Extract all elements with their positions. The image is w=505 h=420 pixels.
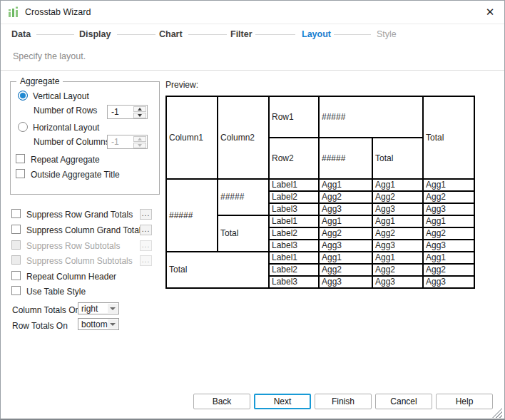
resize-grip[interactable] <box>492 408 502 418</box>
suppress-column-grand-totals-checkbox[interactable] <box>11 225 21 234</box>
preview-cell: Label2 <box>269 191 319 203</box>
preview-cell: Agg3 <box>423 240 474 252</box>
preview-cell: Label3 <box>269 240 319 252</box>
preview-cell: Agg1 <box>319 252 372 264</box>
preview-cell: Agg2 <box>319 227 372 240</box>
preview-header-row1: Row1 <box>269 96 319 138</box>
page-subtitle: Specify the layout. <box>13 51 86 61</box>
number-of-columns-value: -1 <box>111 137 119 147</box>
window-title: Crosstab Wizard <box>25 7 91 17</box>
horizontal-layout-radio[interactable] <box>18 122 28 132</box>
preview-label: Preview: <box>165 80 198 90</box>
next-button[interactable]: Next <box>254 394 311 409</box>
preview-cell: Agg3 <box>423 203 474 215</box>
row-totals-on-select[interactable]: bottom <box>78 318 119 330</box>
step-connector <box>255 34 295 35</box>
preview-cell: Agg1 <box>372 215 423 227</box>
preview-sub-total: Total <box>218 215 269 252</box>
repeat-aggregate-checkbox[interactable] <box>16 154 25 163</box>
cancel-button[interactable]: Cancel <box>375 394 432 409</box>
step-chart[interactable]: Chart <box>159 29 183 39</box>
preview-cell: Agg2 <box>372 264 423 276</box>
preview-cell: Label2 <box>269 264 319 276</box>
spinner-down-button <box>133 143 146 148</box>
outside-aggregate-title-label: Outside Aggregate Title <box>31 170 120 180</box>
repeat-column-header-checkbox[interactable] <box>11 271 21 280</box>
preview-cell: Label1 <box>269 215 319 227</box>
preview-cell: Agg1 <box>423 179 474 191</box>
step-data[interactable]: Data <box>11 29 31 39</box>
step-connector <box>36 34 74 35</box>
suppress-row-grand-totals-checkbox[interactable] <box>11 209 21 218</box>
number-of-rows-label: Number of Rows <box>34 106 97 116</box>
suppress-row-subtotals-label: Suppress Row Subtotals <box>26 241 120 251</box>
preview-cell: Label3 <box>269 276 319 288</box>
step-connector <box>188 34 227 35</box>
preview-cell: Agg3 <box>319 240 372 252</box>
preview-cell: Agg2 <box>423 227 474 240</box>
step-filter[interactable]: Filter <box>230 29 252 39</box>
preview-header-row2-agg: ##### <box>319 138 372 179</box>
spinner-up-button <box>133 136 146 142</box>
preview-cell: Agg1 <box>372 179 423 191</box>
preview-cell: Agg1 <box>319 179 372 191</box>
suppress-column-grand-totals-label: Suppress Column Grand Totals <box>26 225 146 235</box>
step-style[interactable]: Style <box>377 29 397 39</box>
number-of-rows-spinner[interactable]: -1 <box>107 105 148 119</box>
preview-row-group: ##### <box>166 179 218 252</box>
suppress-column-grand-totals-more-button[interactable]: ... <box>140 225 152 235</box>
spinner-up-button[interactable] <box>133 106 146 112</box>
number-of-columns-label: Number of Columns <box>34 137 110 147</box>
step-layout[interactable]: Layout <box>302 29 331 39</box>
preview-grand-total-row: Total <box>166 252 269 288</box>
suppress-column-subtotals-label: Suppress Column Subtotals <box>26 256 133 266</box>
dialog-button-row: Back Next Finish Cancel Help <box>193 394 493 409</box>
preview-table: Column1 Column2 Row1 ##### Total Row2 ##… <box>165 96 475 289</box>
suppress-column-subtotals-checkbox <box>11 255 21 265</box>
preview-cell: Agg2 <box>372 227 423 240</box>
help-button[interactable]: Help <box>436 394 493 409</box>
column-totals-on-label: Column Totals On <box>12 305 80 315</box>
preview-cell: Agg3 <box>372 203 423 215</box>
row-totals-on-label: Row Totals On <box>12 321 68 331</box>
use-table-style-label: Use Table Style <box>26 287 86 297</box>
row-totals-on-value: bottom <box>81 319 108 329</box>
preview-header-grand-total: Total <box>423 96 474 179</box>
number-of-rows-value: -1 <box>111 107 119 117</box>
crosstab-wizard-dialog: Crosstab Wizard ✕ Data Display Chart Fil… <box>0 0 505 420</box>
close-icon[interactable]: ✕ <box>483 5 497 19</box>
repeat-column-header-label: Repeat Column Header <box>26 272 116 282</box>
suppress-row-grand-totals-label: Suppress Row Grand Totals <box>26 210 133 220</box>
chevron-down-icon <box>108 304 118 313</box>
suppress-row-grand-totals-more-button[interactable]: ... <box>140 209 152 220</box>
back-button[interactable]: Back <box>193 394 250 409</box>
header-separator <box>1 70 504 71</box>
preview-header-row2-total: Total <box>372 138 423 179</box>
step-connector <box>117 34 155 35</box>
outside-aggregate-title-checkbox[interactable] <box>16 169 25 178</box>
suppress-column-subtotals-more-button: ... <box>140 255 152 266</box>
use-table-style-checkbox[interactable] <box>11 286 21 295</box>
vertical-layout-radio[interactable] <box>18 91 28 101</box>
suppress-row-subtotals-more-button: ... <box>140 240 152 251</box>
horizontal-layout-label: Horizontal Layout <box>33 123 99 133</box>
preview-cell: Agg3 <box>423 276 474 288</box>
preview-cell: Agg2 <box>319 191 372 203</box>
column-totals-on-value: right <box>81 304 98 314</box>
preview-cell: Agg1 <box>372 252 423 264</box>
preview-cell: Label1 <box>269 252 319 264</box>
preview-cell: Label3 <box>269 203 319 215</box>
preview-header-col2: Column2 <box>218 96 269 179</box>
column-totals-on-select[interactable]: right <box>78 302 119 314</box>
preview-cell: Agg1 <box>319 215 372 227</box>
preview-cell: Agg2 <box>372 191 423 203</box>
finish-button[interactable]: Finish <box>315 394 372 409</box>
step-display[interactable]: Display <box>79 29 111 39</box>
preview-cell: Agg3 <box>372 240 423 252</box>
title-bar: Crosstab Wizard ✕ <box>1 1 504 24</box>
preview-cell: Agg3 <box>319 203 372 215</box>
suppress-row-subtotals-checkbox <box>11 240 21 250</box>
spinner-down-button[interactable] <box>133 113 146 118</box>
preview-cell: Agg2 <box>423 191 474 203</box>
preview-cell: Agg1 <box>423 215 474 227</box>
